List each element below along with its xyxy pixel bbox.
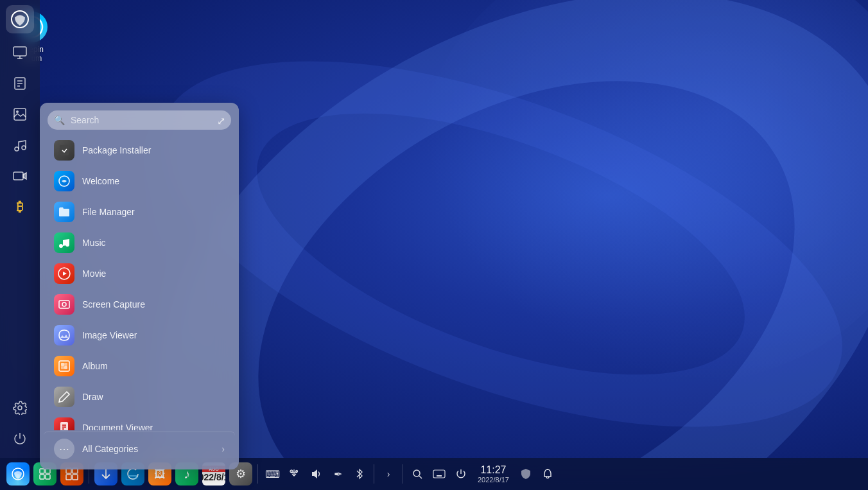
taskbar-divider-4 xyxy=(403,464,403,484)
svg-point-13 xyxy=(22,146,26,150)
menu-item-icon-draw xyxy=(54,387,74,407)
app-launcher-sidebar: ₿ xyxy=(0,0,40,458)
menu-item-icon-music xyxy=(54,232,74,253)
svg-point-18 xyxy=(59,244,63,248)
clock-date: 2022/8/17 xyxy=(478,476,509,484)
menu-item-icon-file-manager xyxy=(54,202,74,222)
menu-item-screen-capture[interactable]: Screen Capture xyxy=(44,289,235,320)
menu-item-icon-screen-capture xyxy=(54,294,74,315)
search-area: 🔍 ⤢ xyxy=(40,110,239,135)
all-categories-label: All Categories xyxy=(82,444,214,454)
svg-rect-23 xyxy=(59,361,69,371)
menu-item-label-welcome: Welcome xyxy=(82,176,119,186)
launcher-icon-video[interactable] xyxy=(6,162,34,190)
menu-item-image-viewer[interactable]: Image Viewer xyxy=(44,320,235,351)
svg-point-46 xyxy=(413,470,420,477)
search-input[interactable] xyxy=(48,110,231,130)
menu-item-label-screen-capture: Screen Capture xyxy=(82,299,145,310)
menu-item-icon-image-viewer xyxy=(54,325,74,346)
svg-rect-16 xyxy=(60,145,69,155)
svg-rect-27 xyxy=(64,366,67,369)
menu-item-document-viewer[interactable]: Document Viewer xyxy=(44,412,235,430)
menu-item-icon-album xyxy=(54,356,74,376)
system-notifications[interactable] xyxy=(537,464,558,484)
launcher-icon-music[interactable] xyxy=(6,131,34,159)
taskbar-launcher[interactable] xyxy=(5,461,31,487)
svg-rect-25 xyxy=(64,363,67,366)
all-categories-arrow: › xyxy=(221,444,225,454)
svg-point-12 xyxy=(15,147,19,151)
clock-time: 11:27 xyxy=(480,464,506,476)
taskbar-divider-3 xyxy=(374,464,374,484)
svg-rect-38 xyxy=(40,475,44,479)
desktop-swoosh xyxy=(128,0,868,458)
svg-point-22 xyxy=(62,302,66,306)
launcher-icon-image[interactable] xyxy=(6,100,34,128)
svg-rect-3 xyxy=(13,47,26,56)
launcher-icon-bitcoin[interactable]: ₿ xyxy=(6,193,34,221)
tray-bluetooth[interactable] xyxy=(349,464,370,484)
svg-rect-10 xyxy=(14,109,26,120)
svg-rect-42 xyxy=(66,475,71,480)
all-categories-icon: ⋯ xyxy=(54,439,74,459)
menu-item-icon-welcome xyxy=(54,171,74,191)
menu-item-draw[interactable]: Draw xyxy=(44,381,235,412)
svg-point-11 xyxy=(16,110,19,113)
all-categories-item[interactable]: ⋯ All Categories › xyxy=(44,432,235,464)
menu-item-label-music: Music xyxy=(82,238,106,248)
launcher-icon-monitor[interactable] xyxy=(6,39,34,67)
svg-rect-24 xyxy=(61,363,64,366)
tray-volume[interactable] xyxy=(306,464,326,484)
svg-rect-26 xyxy=(61,366,64,369)
app-menu: 🔍 ⤢ Package InstallerWelcomeFile Manager… xyxy=(40,103,239,469)
menu-item-label-album: Album xyxy=(82,361,108,371)
menu-item-movie[interactable]: Movie xyxy=(44,258,235,289)
expand-button[interactable]: ⤢ xyxy=(211,110,231,131)
menu-item-welcome[interactable]: Welcome xyxy=(44,166,235,197)
launcher-icon-notes[interactable] xyxy=(6,69,34,98)
launcher-deepin-logo[interactable] xyxy=(6,5,34,33)
clock-display[interactable]: 11:27 2022/8/17 xyxy=(473,463,514,485)
menu-item-music[interactable]: Music xyxy=(44,227,235,258)
system-search[interactable] xyxy=(407,464,428,484)
menu-item-label-document-viewer: Document Viewer xyxy=(82,423,153,430)
app-menu-list: Package InstallerWelcomeFile ManagerMusi… xyxy=(40,135,239,430)
svg-rect-37 xyxy=(46,469,50,473)
tray-usb[interactable] xyxy=(284,464,304,484)
menu-item-label-movie: Movie xyxy=(82,268,106,279)
svg-rect-39 xyxy=(46,475,50,479)
menu-item-album[interactable]: Album xyxy=(44,351,235,381)
taskbar-divider-2 xyxy=(257,464,258,484)
menu-item-label-package-installer: Package Installer xyxy=(82,145,151,155)
launcher-icon-settings[interactable] xyxy=(6,394,34,422)
svg-rect-36 xyxy=(40,469,44,473)
system-shield[interactable] xyxy=(516,464,536,484)
launcher-icon-power[interactable] xyxy=(6,424,34,453)
svg-point-19 xyxy=(65,243,69,247)
menu-item-icon-document-viewer xyxy=(54,417,74,430)
svg-point-15 xyxy=(18,406,22,410)
svg-rect-21 xyxy=(59,301,69,308)
tray-pen[interactable]: ✒ xyxy=(327,464,348,484)
menu-item-file-manager[interactable]: File Manager xyxy=(44,197,235,227)
system-keyboard[interactable] xyxy=(429,464,449,484)
menu-item-icon-package-installer xyxy=(54,140,74,161)
svg-rect-14 xyxy=(13,172,23,180)
system-power[interactable] xyxy=(451,464,471,484)
tray-keyboard[interactable]: ⌨ xyxy=(262,464,282,484)
menu-item-label-image-viewer: Image Viewer xyxy=(82,330,137,340)
svg-rect-47 xyxy=(433,470,445,478)
tray-overflow[interactable]: › xyxy=(378,464,399,484)
menu-item-label-file-manager: File Manager xyxy=(82,207,135,217)
menu-item-package-installer[interactable]: Package Installer xyxy=(44,135,235,166)
menu-item-label-draw: Draw xyxy=(82,392,103,402)
svg-rect-43 xyxy=(73,475,78,480)
menu-item-icon-movie xyxy=(54,263,74,284)
